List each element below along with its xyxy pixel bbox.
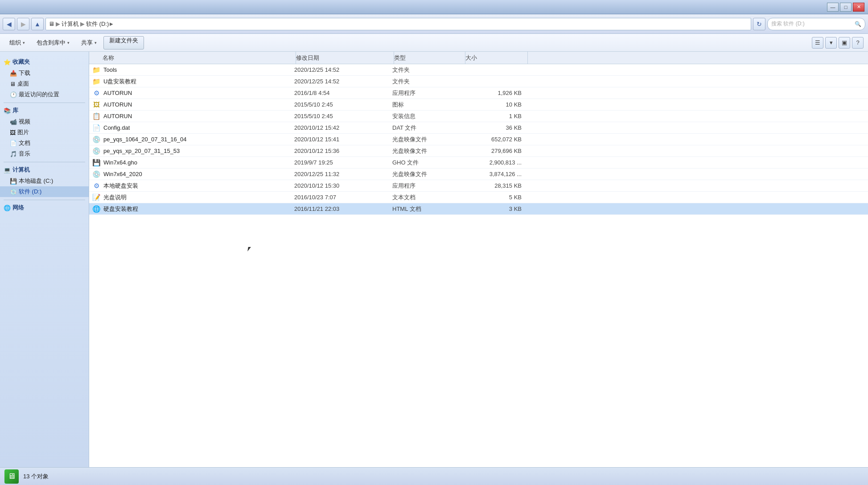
file-name: AUTORUN [103,90,132,96]
file-list[interactable]: 📁 Tools 2020/12/25 14:52 文件夹 📁 U盘安装教程 20… [89,64,868,467]
column-name-header[interactable]: 名称 [91,52,296,64]
table-row[interactable]: 📁 U盘安装教程 2020/12/25 14:52 文件夹 [89,76,868,87]
sidebar-item-document[interactable]: 📄 文档 [0,138,89,148]
table-row[interactable]: 🖼 AUTORUN 2015/5/10 2:45 图标 10 KB [89,99,868,111]
share-button[interactable]: 共享 ▾ [76,36,102,49]
minimize-button[interactable]: — [827,3,839,12]
sidebar-item-recent[interactable]: 🕐 最近访问的位置 [0,89,89,100]
picture-icon: 🖼 [10,129,16,136]
table-row[interactable]: 📋 AUTORUN 2015/5/10 2:45 安装信息 1 KB [89,111,868,122]
sidebar-item-download[interactable]: 📥 下载 [0,68,89,78]
drive-c-label: 本地磁盘 (C:) [19,177,53,185]
file-size: 1 KB [464,113,526,119]
divider-3 [4,200,85,200]
file-type: 光盘映像文件 [392,170,464,178]
file-size: 3 KB [464,206,526,212]
file-date: 2020/12/25 14:52 [294,66,392,73]
file-name: AUTORUN [103,113,132,119]
include-library-button[interactable]: 包含到库中 ▾ [32,36,74,49]
preview-button[interactable]: ▣ [839,37,850,49]
drive-d-icon: 💿 [10,189,17,195]
file-date: 2016/11/21 22:03 [294,206,392,212]
sidebar-item-drive-d[interactable]: 💿 软件 (D:) [0,186,89,197]
file-icon: 🖼 [92,100,101,109]
file-icon: 📁 [92,66,101,74]
refresh-button[interactable]: ↻ [753,18,765,30]
status-bar: 🖥 13 个对象 [0,467,868,485]
table-row[interactable]: 💿 pe_yqs_1064_20_07_31_16_04 2020/10/12 … [89,134,868,145]
file-type: 文本文档 [392,193,464,201]
column-type-header[interactable]: 类型 [394,52,465,64]
picture-label: 图片 [17,128,29,136]
column-date-header[interactable]: 修改日期 [296,52,394,64]
sidebar-favorites-header[interactable]: ⭐ 收藏夹 [0,56,89,68]
forward-button[interactable]: ▶ [17,18,29,30]
table-row[interactable]: 💾 Win7x64.gho 2019/9/7 19:25 GHO 文件 2,90… [89,157,868,169]
column-size-header[interactable]: 大小 [465,52,528,64]
help-button[interactable]: ? [852,37,864,49]
breadcrumb-drive[interactable]: 软件 (D:) [86,20,109,28]
table-row[interactable]: ⚙ AUTORUN 2016/1/8 4:54 应用程序 1,926 KB [89,87,868,99]
new-folder-button[interactable]: 新建文件夹 [103,36,144,49]
sidebar-item-desktop[interactable]: 🖥 桌面 [0,78,89,89]
close-button[interactable]: ✕ [853,3,864,12]
table-row[interactable]: 📄 Config.dat 2020/10/12 15:42 DAT 文件 36 … [89,122,868,134]
address-bar: ◀ ▶ ▲ 🖥 ▶ 计算机 ▶ 软件 (D:) ▶ ↻ 搜索 软件 (D:) 🔍 [0,14,868,34]
file-type: 应用程序 [392,89,464,97]
table-row[interactable]: 💿 pe_yqs_xp_20_07_31_15_53 2020/10/12 15… [89,145,868,157]
main-layout: ⭐ 收藏夹 📥 下载 🖥 桌面 🕐 最近访问的位置 📚 库 [0,52,868,467]
search-icon: 🔍 [855,21,861,27]
toolbar: 组织 ▾ 包含到库中 ▾ 共享 ▾ 新建文件夹 ☰ ▾ ▣ ? [0,34,868,52]
table-row[interactable]: 🌐 硬盘安装教程 2016/11/21 22:03 HTML 文档 3 KB [89,203,868,215]
network-icon: 🌐 [4,205,11,211]
file-date: 2020/12/25 11:32 [294,171,392,177]
sidebar-item-music[interactable]: 🎵 音乐 [0,148,89,159]
share-label: 共享 [81,39,93,47]
table-row[interactable]: 📁 Tools 2020/12/25 14:52 文件夹 [89,64,868,76]
sidebar-item-drive-c[interactable]: 💾 本地磁盘 (C:) [0,176,89,186]
file-icon: 💿 [92,170,101,179]
file-list-header: 名称 修改日期 类型 大小 [89,52,868,64]
sidebar-item-picture[interactable]: 🖼 图片 [0,127,89,138]
file-size: 1,926 KB [464,90,526,96]
sidebar-item-video[interactable]: 📹 视频 [0,116,89,127]
file-name: Tools [103,66,117,73]
file-size: 279,696 KB [464,148,526,154]
table-row[interactable]: ⚙ 本地硬盘安装 2020/10/12 15:30 应用程序 28,315 KB [89,180,868,192]
file-name: 光盘说明 [103,193,127,201]
star-icon: ⭐ [4,59,11,66]
download-icon: 📥 [10,70,17,77]
file-type: 应用程序 [392,182,464,190]
breadcrumb[interactable]: 🖥 ▶ 计算机 ▶ 软件 (D:) ▶ [45,18,751,30]
file-icon: 📋 [92,112,101,121]
file-type: DAT 文件 [392,124,464,132]
include-label: 包含到库中 [37,39,66,47]
file-size: 10 KB [464,101,526,108]
sidebar-computer-header[interactable]: 💻 计算机 [0,164,89,176]
computer-icon: 💻 [4,167,11,173]
video-icon: 📹 [10,119,17,125]
maximize-button[interactable]: □ [840,3,852,12]
breadcrumb-computer[interactable]: 计算机 [62,20,79,28]
back-button[interactable]: ◀ [3,18,15,30]
file-type: 光盘映像文件 [392,147,464,155]
search-placeholder: 搜索 软件 (D:) [771,20,805,28]
file-name: Config.dat [103,124,130,131]
file-size: 3,874,126 ... [464,171,526,177]
view-chevron-button[interactable]: ▾ [825,37,837,49]
computer-label: 计算机 [12,166,30,174]
file-date: 2015/5/10 2:45 [294,113,392,119]
sidebar-section-computer: 💻 计算机 💾 本地磁盘 (C:) 💿 软件 (D:) [0,164,89,197]
table-row[interactable]: 💿 Win7x64_2020 2020/12/25 11:32 光盘映像文件 3… [89,169,868,180]
table-row[interactable]: 📝 光盘说明 2016/10/23 7:07 文本文档 5 KB [89,192,868,203]
view-toggle-button[interactable]: ☰ [812,37,823,49]
divider-1 [4,103,85,103]
up-button[interactable]: ▲ [31,18,44,30]
search-box[interactable]: 搜索 软件 (D:) 🔍 [767,18,865,30]
library-label: 库 [12,107,18,115]
sidebar-library-header[interactable]: 📚 库 [0,105,89,116]
sidebar-network-header[interactable]: 🌐 网络 [0,202,89,214]
file-name: 本地硬盘安装 [103,182,138,190]
video-label: 视频 [19,118,30,126]
organize-button[interactable]: 组织 ▾ [4,36,30,49]
